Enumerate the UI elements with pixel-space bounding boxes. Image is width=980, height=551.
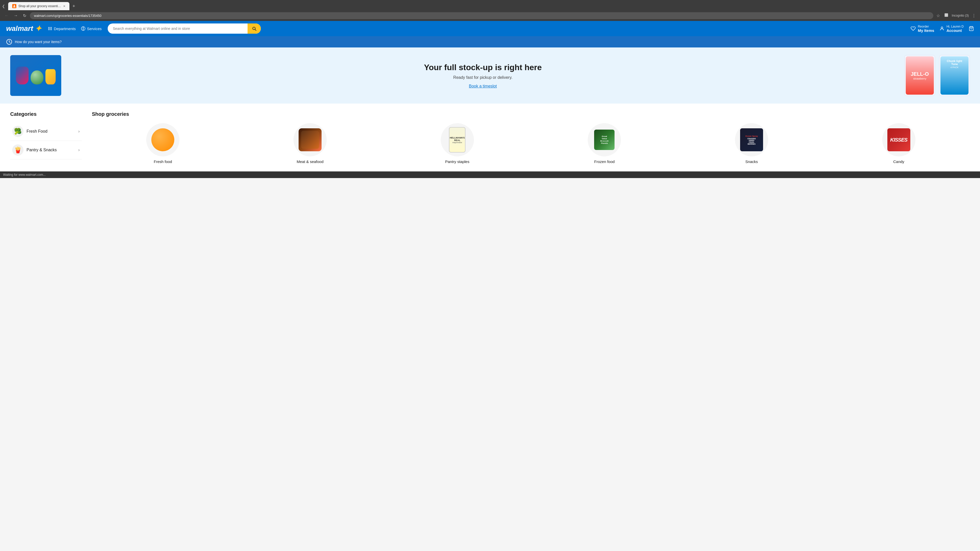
meat-seafood-label: Meat & seafood <box>297 159 323 164</box>
snacks-img: Ocean Spray CRAISINSDRIEDCRAN-BERRIES <box>735 123 768 156</box>
svg-rect-8 <box>48 29 49 30</box>
svg-rect-5 <box>48 28 49 29</box>
svg-rect-3 <box>49 27 50 28</box>
status-text: Waiting for www.walmart.com... <box>3 173 46 176</box>
forward-button[interactable]: → <box>12 12 19 19</box>
svg-rect-1 <box>945 13 948 17</box>
refresh-button[interactable]: ↻ <box>21 12 28 19</box>
browser-tab-bar: ❮ Shop all your grocery essentials... × … <box>0 0 980 10</box>
hero-center: Your full stock-up is right here Ready f… <box>66 63 899 89</box>
incognito-label: Incognito (3) <box>952 14 969 17</box>
apple-image <box>30 70 43 84</box>
snacks-label: Snacks <box>745 159 758 164</box>
account-label: Account <box>947 28 964 33</box>
book-timeslot-link[interactable]: Book a timeslot <box>469 84 496 88</box>
fresh-food-grocery-label: Fresh food <box>154 159 172 164</box>
tab-close-button[interactable]: × <box>63 4 65 8</box>
fresh-food-img <box>146 123 180 156</box>
categories-title: Categories <box>10 111 82 117</box>
grocery-candy[interactable]: KISSES Candy <box>828 123 970 164</box>
departments-label: Departments <box>54 27 76 31</box>
reorder-label: Reorder <box>918 25 934 28</box>
address-bar[interactable] <box>30 12 933 19</box>
hi-label: Hi, Lauren D <box>947 25 964 28</box>
grocery-fresh-food[interactable]: Fresh food <box>92 123 234 164</box>
svg-point-0 <box>14 5 15 6</box>
walmart-logo[interactable]: walmart ✦ <box>6 24 41 33</box>
hero-left-image <box>10 55 61 96</box>
header-nav: Departments Services <box>48 26 102 31</box>
pantry-icon: 🍟 <box>12 144 24 156</box>
services-icon <box>81 26 86 31</box>
browser-chrome: ❮ Shop all your grocery essentials... × … <box>0 0 980 21</box>
back-button[interactable]: ← <box>3 12 10 19</box>
user-icon <box>939 26 945 31</box>
hero-product-tuna[interactable]: Chunk light Tuna4 PACK <box>939 55 970 96</box>
cart-icon <box>969 26 974 31</box>
fresh-food-icon: 🥦 <box>12 126 24 137</box>
hero-subtext: Ready fast for pickup or delivery. <box>66 75 899 80</box>
browser-toolbar-right: ☆ Incognito (3) ⋮ <box>935 12 977 19</box>
shop-groceries-section: Shop groceries Fresh food Me <box>92 111 970 164</box>
departments-nav[interactable]: Departments <box>48 26 76 31</box>
cart-group[interactable] <box>969 26 974 31</box>
search-input[interactable] <box>108 24 248 33</box>
bookmark-button[interactable]: ☆ <box>935 12 941 19</box>
hero-right-products: JELL-O strawberry Chunk light Tuna4 PACK <box>904 55 970 96</box>
main-content: Categories 🥦 Fresh Food › 🍟 Pantry & Sna… <box>0 103 980 171</box>
delivery-banner[interactable]: How do you want your items? <box>0 36 980 48</box>
more-options-button[interactable]: ⋮ <box>971 12 977 19</box>
tab-arrows[interactable]: ❮ <box>2 4 5 8</box>
svg-rect-9 <box>49 29 50 30</box>
pantry-staples-img: HELLMANN'SREAL mayonnaise <box>441 123 474 156</box>
walmart-header: walmart ✦ Departments Services Reorde <box>0 21 980 36</box>
svg-rect-13 <box>83 28 83 29</box>
browser-tab-active[interactable]: Shop all your grocery essentials... × <box>8 2 69 10</box>
bag-image <box>13 55 59 96</box>
search-button[interactable] <box>248 24 261 34</box>
pantry-item-left: 🍟 Pantry & Snacks <box>12 144 57 156</box>
category-fresh-food[interactable]: 🥦 Fresh Food › <box>10 122 82 141</box>
svg-rect-14 <box>83 29 83 30</box>
category-pantry-snacks[interactable]: 🍟 Pantry & Snacks › <box>10 141 82 159</box>
account-text: Hi, Lauren D Account <box>947 25 964 33</box>
browser-toolbar: ← → ↻ ☆ Incognito (3) ⋮ <box>0 10 980 21</box>
tab-title: Shop all your grocery essentials... <box>18 4 61 8</box>
account-group[interactable]: Hi, Lauren D Account <box>939 25 964 33</box>
pantry-staples-label: Pantry staples <box>445 159 469 164</box>
search-bar <box>108 24 261 34</box>
departments-icon <box>48 26 52 31</box>
hero-headline: Your full stock-up is right here <box>66 63 899 72</box>
svg-rect-12 <box>83 27 83 28</box>
tab-favicon <box>12 4 16 8</box>
svg-rect-2 <box>48 27 49 28</box>
grocery-frozen-food[interactable]: GreatValueBroccoliFlorets Frozen food <box>533 123 676 164</box>
services-nav[interactable]: Services <box>81 26 102 31</box>
pantry-label: Pantry & Snacks <box>27 148 57 152</box>
svg-rect-4 <box>51 27 52 28</box>
category-item-left: 🥦 Fresh Food <box>12 126 48 137</box>
header-right: Reorder My Items Hi, Lauren D Account <box>911 25 974 33</box>
hero-section: Your full stock-up is right here Ready f… <box>0 48 980 103</box>
orange-image <box>151 128 174 151</box>
tuna-image: Chunk light Tuna4 PACK <box>940 56 969 95</box>
svg-rect-6 <box>49 28 50 29</box>
hero-product-jello[interactable]: JELL-O strawberry <box>904 55 935 96</box>
profile-button[interactable] <box>943 12 950 19</box>
my-items-text: Reorder My Items <box>918 25 934 33</box>
candy-label: Candy <box>893 159 904 164</box>
my-items-group[interactable]: Reorder My Items <box>911 25 934 33</box>
grocery-meat-seafood[interactable]: Meat & seafood <box>239 123 381 164</box>
svg-rect-10 <box>51 29 52 30</box>
fresh-food-label: Fresh Food <box>27 129 48 134</box>
fresh-food-chevron: › <box>78 129 80 134</box>
frozen-food-img: GreatValueBroccoliFlorets <box>588 123 621 156</box>
grocery-grid: Fresh food Meat & seafood HELLMAN <box>92 123 970 164</box>
status-bar: Waiting for www.walmart.com... <box>0 171 980 178</box>
new-tab-button[interactable]: + <box>70 3 77 10</box>
delivery-icon <box>6 39 12 45</box>
heart-icon <box>911 26 916 31</box>
services-label: Services <box>87 27 102 31</box>
grocery-pantry-staples[interactable]: HELLMANN'SREAL mayonnaise Pantry staples <box>386 123 528 164</box>
grocery-snacks[interactable]: Ocean Spray CRAISINSDRIEDCRAN-BERRIES Sn… <box>681 123 823 164</box>
